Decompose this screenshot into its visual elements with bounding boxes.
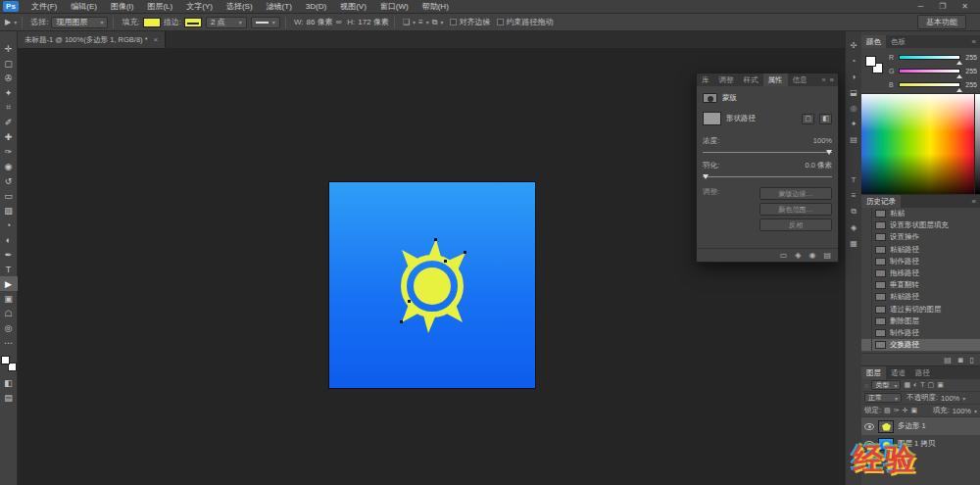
layer-row-polygon-1[interactable]: 多边形 1 xyxy=(861,417,980,435)
new-snapshot-icon[interactable]: ◙ xyxy=(958,356,963,364)
g-slider-thumb[interactable] xyxy=(956,74,962,78)
density-value[interactable]: 100% xyxy=(813,136,832,146)
menu-help[interactable]: 帮助(H) xyxy=(416,0,456,14)
collapsed-panel-icon[interactable]: ◎ xyxy=(851,104,858,113)
workspace-switcher-button[interactable]: 基本功能 xyxy=(917,15,966,29)
crop-tool[interactable]: ⌗ xyxy=(0,100,18,115)
history-item[interactable]: 制作路径 xyxy=(861,256,980,267)
collapsed-panel-icon[interactable]: ✦ xyxy=(851,120,858,128)
collapsed-panel-icon[interactable]: ▦ xyxy=(850,239,858,248)
opacity-value[interactable]: 100% xyxy=(941,394,959,403)
move-tool[interactable]: ✛ xyxy=(0,41,18,56)
artboard[interactable] xyxy=(329,182,535,388)
close-icon[interactable]: ✕ xyxy=(961,2,968,11)
history-source-checkbox[interactable] xyxy=(861,315,872,327)
collapsed-panel-icon[interactable]: ◈ xyxy=(851,223,857,232)
align-edges-checkbox[interactable] xyxy=(450,19,457,25)
delete-mask-icon[interactable]: ▤ xyxy=(823,251,831,260)
invert-button[interactable]: 反相 xyxy=(760,218,832,231)
more-tools-button[interactable]: ⋯ xyxy=(0,335,18,350)
menu-view[interactable]: 视图(V) xyxy=(333,0,373,14)
menu-window[interactable]: 窗口(W) xyxy=(373,0,416,14)
tab-channels[interactable]: 通道 xyxy=(886,366,910,379)
lock-transparent-pixels-icon[interactable]: ▨ xyxy=(884,407,891,414)
history-item[interactable]: 粘贴路径 xyxy=(861,244,980,256)
document-tab[interactable]: 未标题-1 @ 100%(多边形 1, RGB/8) * × xyxy=(18,31,166,48)
blur-tool[interactable]: ◔ xyxy=(0,218,18,232)
feather-value[interactable]: 0.0 像素 xyxy=(805,161,832,170)
collapsed-panel-icon[interactable]: T xyxy=(852,175,857,184)
foreground-color-swatch[interactable] xyxy=(865,56,876,67)
path-operations-icon[interactable]: ❏ xyxy=(403,18,410,26)
hand-tool[interactable]: ☖ xyxy=(0,306,18,320)
tab-paths[interactable]: 路径 xyxy=(910,366,935,379)
blend-mode-dropdown[interactable]: 正常 ▾ xyxy=(864,393,902,403)
layer-visibility-eye-icon[interactable] xyxy=(864,423,874,430)
history-source-checkbox[interactable] xyxy=(861,327,872,339)
b-slider[interactable] xyxy=(899,82,960,87)
apply-mask-icon[interactable]: ◈ xyxy=(795,251,801,260)
mask-thumbnail[interactable] xyxy=(703,112,721,125)
menu-file[interactable]: 文件(F) xyxy=(24,0,64,14)
shape-tool[interactable]: ▣ xyxy=(0,291,18,306)
panel-menu-icon[interactable]: ≡ xyxy=(972,197,980,206)
load-selection-icon[interactable]: ▭ xyxy=(780,251,788,260)
path-arrangement-icon[interactable]: ⧉ xyxy=(432,18,438,27)
path-selection-tool[interactable]: ▶ xyxy=(0,276,18,291)
collapsed-panel-icon[interactable]: ▤ xyxy=(850,135,858,144)
filter-type-layers-icon[interactable]: T xyxy=(920,381,924,389)
lasso-tool[interactable]: ✇ xyxy=(0,71,18,85)
foreground-color-swatch[interactable] xyxy=(1,356,10,364)
mask-edge-button[interactable]: 蒙版边缘… xyxy=(760,187,832,200)
tab-color[interactable]: 颜色 xyxy=(861,35,886,48)
density-slider-thumb[interactable] xyxy=(826,150,832,155)
disable-mask-icon[interactable]: ◉ xyxy=(808,251,815,260)
tab-info[interactable]: 信息 xyxy=(788,73,812,86)
g-slider[interactable] xyxy=(899,69,960,73)
height-value[interactable]: 172 像素 xyxy=(358,17,389,27)
r-value[interactable]: 255 xyxy=(963,54,977,61)
history-source-checkbox[interactable] xyxy=(861,256,872,267)
eraser-tool[interactable]: ▭ xyxy=(0,188,18,203)
stroke-width-field[interactable]: 2 点 ▾ xyxy=(206,17,247,28)
grayscale-ramp[interactable] xyxy=(974,94,980,194)
active-tool-icon[interactable]: ▶ xyxy=(5,18,11,26)
tab-history[interactable]: 历史记录 xyxy=(861,195,901,208)
brush-tool[interactable]: ✑ xyxy=(0,144,18,159)
tab-layers[interactable]: 图层 xyxy=(861,366,886,379)
menu-edit[interactable]: 编辑(E) xyxy=(64,0,104,14)
color-panel-swatches[interactable] xyxy=(865,56,883,73)
fill-value[interactable]: 100% xyxy=(953,407,971,415)
panel-menu-icon[interactable]: ≡ xyxy=(830,75,838,84)
history-item[interactable]: 拖移路径 xyxy=(861,267,980,279)
history-item[interactable]: 通过剪切的图层 xyxy=(861,304,980,315)
color-range-button[interactable]: 颜色范围… xyxy=(760,203,832,216)
path-alignment-icon[interactable]: ≡ xyxy=(418,18,423,26)
add-pixel-mask-icon[interactable]: ▢ xyxy=(802,114,814,124)
tab-libraries[interactable]: 库 xyxy=(697,73,714,86)
menu-layer[interactable]: 图层(L) xyxy=(140,0,179,14)
quick-selection-tool[interactable]: ✦ xyxy=(0,85,18,100)
stroke-color-swatch[interactable] xyxy=(184,18,202,27)
tool-preset-chevron-icon[interactable]: ▾ xyxy=(14,19,17,25)
zoom-tool[interactable]: ◎ xyxy=(0,320,18,335)
history-source-checkbox[interactable] xyxy=(861,244,872,256)
feather-slider-thumb[interactable] xyxy=(703,174,709,179)
history-item[interactable]: 粘贴路径 xyxy=(861,291,980,303)
tab-close-icon[interactable]: × xyxy=(154,35,159,44)
filter-shape-layers-icon[interactable]: ▢ xyxy=(928,381,935,389)
stroke-style-dropdown[interactable]: ▾ xyxy=(251,17,280,28)
foreground-background-swatches[interactable] xyxy=(1,356,17,371)
history-source-checkbox[interactable] xyxy=(861,339,872,351)
layer-name[interactable]: 多边形 1 xyxy=(898,421,926,431)
history-item[interactable]: 垂直翻转 xyxy=(861,279,980,291)
history-source-checkbox[interactable] xyxy=(861,267,872,279)
width-value[interactable]: 86 像素 xyxy=(307,17,333,27)
minimize-icon[interactable]: ─ xyxy=(917,2,923,11)
tab-styles[interactable]: 样式 xyxy=(739,73,763,86)
history-item-selected[interactable]: 交换路径 xyxy=(861,339,980,351)
new-document-from-state-icon[interactable]: ▤ xyxy=(944,356,952,364)
collapsed-panel-icon[interactable]: ✣ xyxy=(851,41,858,50)
add-vector-mask-icon[interactable]: ◧ xyxy=(819,114,832,124)
constrain-drag-checkbox[interactable] xyxy=(497,19,504,25)
